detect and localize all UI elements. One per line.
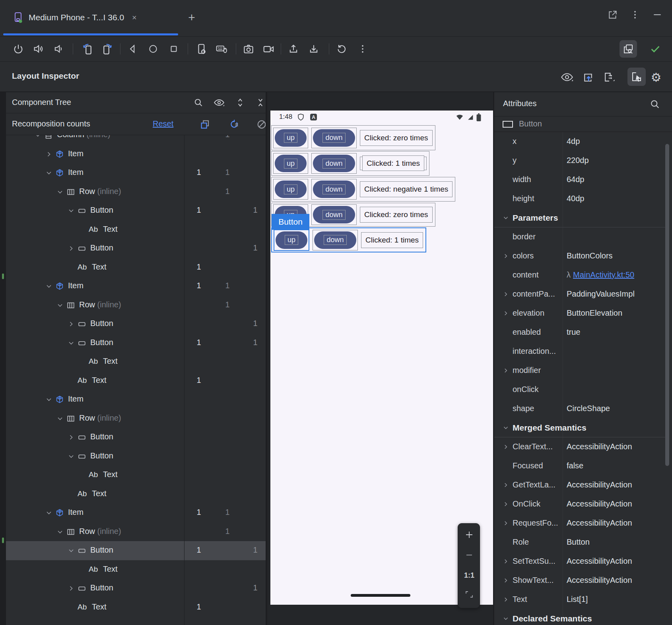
attribute-row[interactable]: OnClickAccessibilityAction (494, 495, 669, 514)
attribute-row[interactable]: SetTextSu...AccessibilityAction (494, 552, 669, 571)
selected-component-breadcrumb[interactable]: Button (494, 116, 672, 132)
volume-up-icon[interactable] (30, 41, 46, 57)
chevron-down-icon[interactable] (45, 509, 53, 517)
tree-search-icon[interactable] (191, 95, 206, 110)
android-overview-icon[interactable] (166, 41, 182, 57)
tree-row-text[interactable]: AbText1 (6, 371, 266, 390)
attribute-row[interactable]: TextList[1] (494, 590, 669, 609)
attribute-row[interactable]: ShowText...AccessibilityAction (494, 571, 669, 590)
chevron-right-icon[interactable] (67, 584, 75, 592)
reset-counts-link[interactable]: Reset (153, 119, 173, 128)
down-button[interactable]: down (313, 129, 355, 147)
reset-icon[interactable] (334, 41, 350, 57)
down-button[interactable]: down (314, 231, 356, 249)
chevron-down-icon[interactable] (56, 188, 64, 196)
source-location-link[interactable]: MainActivity.kt:50 (573, 270, 634, 279)
expand-all-icon[interactable] (233, 95, 248, 110)
device-row[interactable]: up down Clicked: negative 1 times (271, 177, 455, 202)
volume-down-icon[interactable] (50, 41, 66, 57)
tree-row-button[interactable]: Button1 (6, 314, 266, 334)
chevron-right-icon[interactable] (67, 433, 75, 441)
attributes-search-icon[interactable] (648, 97, 662, 111)
no-recomposition-column-icon[interactable] (254, 117, 266, 132)
chevron-down-icon[interactable] (56, 415, 64, 423)
tree-row-row[interactable]: Row (inline)1 (6, 296, 266, 315)
collapse-all-icon[interactable] (253, 95, 266, 110)
up-button[interactable]: up (275, 181, 307, 198)
chevron-right-icon[interactable] (502, 520, 509, 527)
device-row[interactable]: up down Clicked: zero times (271, 125, 435, 150)
down-button[interactable]: down (313, 181, 355, 198)
tree-row-button[interactable]: Button1 (6, 579, 266, 598)
hardware-input-icon[interactable] (214, 41, 229, 57)
tree-row-item[interactable]: Item11 (6, 277, 266, 296)
power-button-icon[interactable] (10, 41, 26, 57)
tab-running-device[interactable]: Medium Phone - T...I 36.0 × (3, 0, 178, 35)
chevron-down-icon[interactable] (502, 615, 509, 622)
chevron-right-icon[interactable] (502, 310, 509, 317)
minimize-icon[interactable] (652, 10, 662, 20)
attributes-scrollbar[interactable] (665, 144, 669, 466)
tree-row-button[interactable]: Button1 (6, 239, 266, 258)
screen-record-icon[interactable] (261, 41, 277, 57)
zoom-out-button[interactable] (458, 547, 480, 563)
chevron-down-icon[interactable] (67, 547, 75, 555)
open-in-new-window-icon[interactable] (608, 10, 618, 20)
download-icon[interactable] (306, 41, 322, 57)
zoom-mode-button[interactable] (620, 40, 637, 58)
tree-row-button[interactable]: Button (6, 447, 266, 466)
attribute-row[interactable]: RequestFo...AccessibilityAction (494, 514, 669, 533)
rotate-right-icon[interactable] (99, 41, 115, 57)
attribute-row[interactable]: GetTextLa...AccessibilityAction (494, 476, 669, 495)
chevron-right-icon[interactable] (502, 501, 509, 508)
export-snapshot-icon[interactable] (580, 69, 596, 85)
chevron-down-icon[interactable] (45, 396, 53, 404)
tree-row-item[interactable]: Item11 (6, 163, 266, 182)
attributes-section-header[interactable]: Parameters (494, 208, 669, 227)
attribute-row[interactable]: contentPa...PaddingValuesImpl (494, 285, 669, 304)
tab-close-icon[interactable]: × (132, 13, 137, 22)
zoom-actual-size-button[interactable]: 1:1 (458, 567, 480, 583)
chevron-down-icon[interactable] (56, 528, 64, 536)
chevron-right-icon[interactable] (502, 367, 509, 374)
chevron-right-icon[interactable] (67, 320, 75, 328)
tree-row-button[interactable]: Button11 (6, 334, 266, 353)
chevron-down-icon[interactable] (67, 339, 75, 347)
chevron-down-icon[interactable] (502, 214, 509, 221)
upload-icon[interactable] (286, 41, 301, 57)
chevron-down-icon[interactable] (67, 207, 75, 215)
tree-row-button[interactable]: Button11 (6, 541, 266, 560)
zoom-to-fit-button[interactable] (458, 586, 480, 602)
up-button[interactable]: up (276, 231, 307, 249)
chevron-right-icon[interactable] (502, 252, 509, 260)
recomposition-count-column-icon[interactable] (198, 117, 212, 132)
tree-row-button[interactable]: Button (6, 428, 266, 447)
attributes-section-header[interactable]: Declared Semantics (494, 609, 669, 625)
tree-view-options-icon[interactable] (601, 69, 617, 85)
new-tab-button[interactable]: + (184, 10, 200, 25)
device-row[interactable]: up down Clicked: 1 times (271, 151, 429, 176)
chevron-right-icon[interactable] (502, 577, 509, 584)
tree-visibility-eye-icon[interactable] (212, 95, 227, 110)
chevron-right-icon[interactable] (502, 481, 509, 489)
more-options-kebab-icon[interactable] (630, 10, 640, 20)
settings-gear-icon[interactable]: ⚙ (648, 69, 664, 85)
tree-row-row[interactable]: Row (inline)1 (6, 522, 266, 542)
tree-row-text[interactable]: AbText (6, 352, 266, 371)
chevron-down-icon[interactable] (45, 169, 53, 177)
down-button[interactable]: down (313, 206, 355, 223)
tree-row-row[interactable]: Row (inline)1 (6, 182, 266, 202)
tree-row-text[interactable]: AbText (6, 220, 266, 239)
tree-row-text[interactable]: AbText (6, 466, 266, 485)
chevron-right-icon[interactable] (502, 596, 509, 603)
zoom-in-button[interactable] (458, 527, 480, 543)
recomposition-skip-column-icon[interactable] (227, 117, 241, 132)
tree-row-row[interactable]: Row (inline) (6, 409, 266, 428)
chevron-right-icon[interactable] (502, 443, 509, 450)
up-button[interactable]: up (275, 129, 307, 147)
chevron-down-icon[interactable] (67, 452, 75, 460)
chevron-right-icon[interactable] (45, 150, 53, 158)
tree-row-text[interactable]: AbText (6, 560, 266, 579)
chevron-right-icon[interactable] (502, 291, 509, 298)
attributes-section-header[interactable]: Merged Semantics (494, 418, 669, 437)
